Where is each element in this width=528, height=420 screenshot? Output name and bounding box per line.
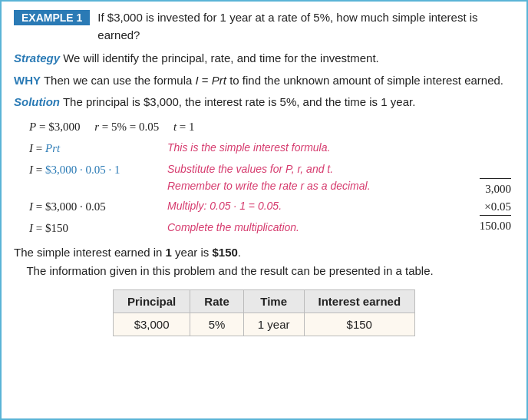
step1-rhs: This is the simple interest formula. [167, 139, 330, 156]
example-badge: EXAMPLE 1 [14, 10, 90, 25]
table-row: $3,000 5% 1 year $150 [113, 313, 414, 336]
vars-lhs: P = $3,000 r = 5% = 0.05 t = 1 [29, 117, 195, 136]
col-interest: Interest earned [304, 290, 415, 313]
col-rate: Rate [190, 290, 244, 313]
step4-lhs: I = $150 [29, 219, 167, 237]
mult-line1: 3,000 [480, 180, 511, 198]
solution-label: Solution [14, 95, 60, 108]
cell-rate: 5% [190, 313, 244, 336]
example-header: EXAMPLE 1 If $3,000 is invested for 1 ye… [14, 9, 514, 44]
step3-row: I = $3,000 · 0.05 Multiply: 0.05 · 1 = 0… [29, 197, 514, 216]
step2-lhs: I = $3,000 · 0.05 · 1 [29, 160, 167, 179]
col-principal: Principal [113, 290, 190, 313]
mult-line3: 150.00 [480, 215, 511, 235]
summary-table: Principal Rate Time Interest earned $3,0… [113, 289, 415, 336]
step2-row: I = $3,000 · 0.05 · 1 Substitute the val… [29, 160, 514, 195]
why-text: Then we can use the formula I = Prt to f… [44, 74, 503, 87]
solution-line: Solution The principal is $3,000, the in… [14, 94, 514, 111]
conclusion-line1: The simple interest earned in 1 year is … [14, 243, 514, 262]
why-label: WHY [14, 74, 41, 87]
step2-rhs: Substitute the values for P, r, and t. R… [167, 160, 371, 195]
col-time: Time [243, 290, 304, 313]
math-section: P = $3,000 r = 5% = 0.05 t = 1 I = Prt T… [29, 117, 514, 238]
strategy-line: Strategy We will identify the principal,… [14, 50, 514, 68]
cell-interest: $150 [304, 313, 415, 336]
conclusion: The simple interest earned in 1 year is … [14, 243, 514, 280]
step1-lhs: I = Prt [29, 139, 167, 157]
step3-rhs: Multiply: 0.05 · 1 = 0.05. [167, 197, 282, 214]
table-container: Principal Rate Time Interest earned $3,0… [14, 289, 514, 336]
step4-row: I = $150 Complete the multiplication. [29, 219, 514, 237]
step4-rhs: Complete the multiplication. [167, 219, 299, 236]
example-question: If $3,000 is invested for 1 year at a ra… [97, 9, 514, 44]
step3-lhs: I = $3,000 · 0.05 [29, 197, 167, 216]
solution-intro: The principal is $3,000, the interest ra… [63, 95, 415, 108]
step1-row: I = Prt This is the simple interest form… [29, 139, 514, 157]
cell-principal: $3,000 [113, 313, 190, 336]
vars-row: P = $3,000 r = 5% = 0.05 t = 1 [29, 117, 514, 136]
page: EXAMPLE 1 If $3,000 is invested for 1 ye… [0, 0, 528, 420]
why-line: WHY Then we can use the formula I = Prt … [14, 72, 514, 90]
mult-line2: ×0.05 [480, 198, 511, 216]
conclusion-line2: The information given in this problem an… [14, 262, 514, 280]
multiplication-box: 3,000 ×0.05 150.00 [480, 178, 511, 235]
cell-time: 1 year [243, 313, 304, 336]
strategy-label: Strategy [14, 51, 60, 64]
strategy-text: We will identify the principal, rate, an… [63, 51, 379, 64]
table-header-row: Principal Rate Time Interest earned [113, 290, 414, 313]
